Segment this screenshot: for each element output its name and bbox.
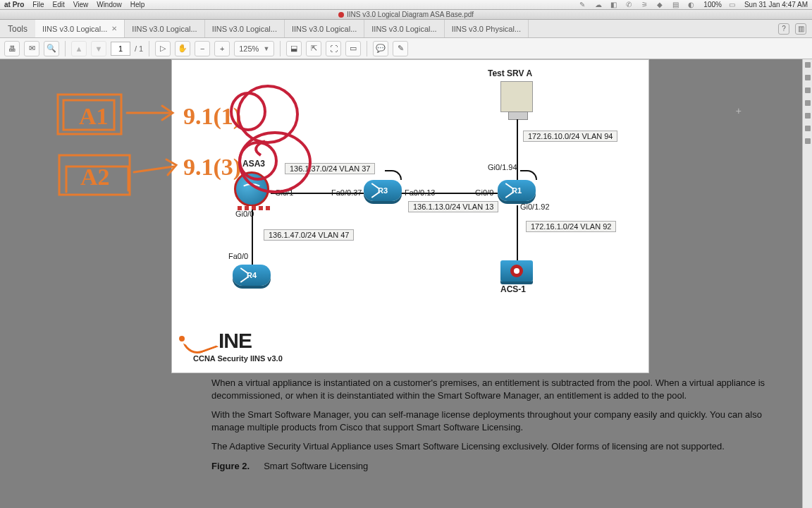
svg-rect-2 [59, 155, 130, 195]
zoom-in-button[interactable]: + [214, 41, 230, 56]
email-button[interactable]: ✉ [24, 41, 39, 56]
strip-item[interactable] [805, 75, 811, 80]
strip-item[interactable] [805, 138, 811, 144]
tab-label: IINS v3.0 Logical... [371, 25, 436, 33]
window-title: IINS v3.0 Logical Diagram ASA Base.pdf [347, 11, 474, 18]
interface-label: Gi0/1.94 [488, 163, 517, 171]
zoom-select[interactable]: 125% ▼ [234, 41, 274, 56]
close-icon[interactable]: ✕ [111, 25, 117, 32]
pdf-text-page: When a virtual appliance is instantiated… [211, 377, 782, 479]
server-label: Test SRV A [488, 68, 532, 78]
save-button[interactable]: ⬓ [286, 41, 302, 56]
menubar: at Pro File Edit View Window Help ✎ ☁ ◧ … [0, 0, 812, 10]
vlan-label: 136.1.47.0/24 VLAN 47 [264, 229, 354, 241]
panel-toggle-icon[interactable]: ▥ [795, 23, 806, 35]
zoom-out-button[interactable]: − [195, 41, 210, 56]
pdf-toolbar: 🖶 ✉ 🔍 ▲ ▼ / 1 ▷ ✋ − + 125% ▼ ⬓ ⇱ ⛶ ▭ 💬 ✎ [0, 38, 812, 59]
acs-device [500, 260, 533, 282]
tab-bar: Tools IINS v3.0 Logical... ✕ IINS v3.0 L… [0, 20, 812, 38]
page-down-button[interactable]: ▼ [91, 41, 106, 56]
link-line [517, 205, 518, 260]
battery-icon: ▭ [729, 1, 737, 9]
document-tab[interactable]: IINS v3.0 Logical... [205, 20, 285, 37]
right-tool-strip [802, 59, 812, 508]
help-icon[interactable]: ? [778, 23, 789, 35]
print-button[interactable]: 🖶 [4, 41, 20, 56]
wifi-icon: ⚞ [641, 1, 650, 9]
highlight-button[interactable]: ✎ [393, 41, 408, 56]
page-total: / 1 [135, 44, 143, 53]
page-input[interactable] [111, 42, 130, 56]
tab-label: IINS v3.0 Logical... [212, 25, 277, 33]
status-icon: ✆ [626, 1, 634, 9]
window-titlebar: IINS v3.0 Logical Diagram ASA Base.pdf [0, 10, 812, 20]
document-tab[interactable]: IINS v3.0 Logical... [364, 20, 444, 37]
select-tool[interactable]: ▷ [155, 41, 171, 56]
search-button[interactable]: 🔍 [44, 41, 59, 56]
pdf-icon [338, 12, 344, 18]
strip-item[interactable] [805, 126, 811, 131]
tools-panel-toggle[interactable]: Tools [0, 20, 35, 37]
logo-text: INE [219, 329, 252, 353]
cursor-crosshair-icon: + [736, 105, 742, 116]
fit-button[interactable]: ⛶ [326, 41, 341, 56]
status-icon: ◆ [657, 1, 665, 9]
interface-label: Fa0/0.13 [405, 188, 435, 197]
export-button[interactable]: ⇱ [306, 41, 321, 56]
router-r3: R3 [364, 180, 402, 201]
document-tab[interactable]: IINS v3.0 Logical... ✕ [35, 20, 125, 37]
document-tab[interactable]: IINS v3.0 Logical... [285, 20, 364, 37]
menu-help[interactable]: Help [130, 1, 145, 8]
svg-rect-1 [63, 100, 114, 130]
menu-edit[interactable]: Edit [52, 1, 64, 8]
hand-tool[interactable]: ✋ [175, 41, 190, 56]
strip-item[interactable] [805, 113, 811, 119]
router-r1: R1 [498, 180, 536, 201]
interface-label: Gi0/1.92 [520, 202, 550, 211]
status-icon: ◐ [688, 1, 696, 9]
pdf-page: Test SRV A 172.16.10.0/24 VLAN 94 Gi0/1.… [171, 59, 649, 373]
ine-logo: INE CCNA Security IINS v3.0 [179, 329, 283, 363]
clock: Sun 31 Jan 4:47 AM [744, 1, 808, 8]
body-text: The Adaptive Security Virtual Appliance … [211, 440, 782, 453]
status-icon: ✎ [579, 1, 588, 9]
interface-label: Gi0/1 [275, 188, 293, 197]
acs-label: ACS-1 [500, 284, 526, 294]
strip-item[interactable] [805, 100, 811, 106]
comment-button[interactable]: 💬 [373, 41, 388, 56]
document-tab[interactable]: IINS v3.0 Physical... [445, 20, 529, 37]
app-name: at Pro [4, 1, 24, 8]
vlan-label: 172.16.10.0/24 VLAN 94 [523, 131, 617, 142]
status-icon: ▤ [672, 1, 681, 9]
tab-label: IINS v3.0 Logical... [132, 25, 197, 33]
menu-file[interactable]: File [32, 1, 44, 8]
asa-label: ASA3 [242, 159, 265, 169]
annot-a1: A1 [79, 103, 109, 129]
body-text: When a virtual appliance is instantiated… [211, 377, 782, 401]
page-up-button[interactable]: ▲ [71, 41, 87, 56]
strip-item[interactable] [805, 62, 811, 68]
menu-view[interactable]: View [73, 1, 89, 8]
menu-window[interactable]: Window [97, 1, 122, 8]
firewall-icon [234, 171, 269, 207]
logo-dot-icon [179, 336, 185, 341]
svg-rect-0 [58, 95, 121, 134]
chevron-down-icon: ▼ [263, 45, 269, 52]
zoom-value: 125% [239, 44, 259, 53]
vlan-label: 172.16.1.0/24 VLAN 92 [526, 221, 616, 232]
status-icon: ◧ [610, 1, 619, 9]
document-tab[interactable]: IINS v3.0 Logical... [125, 20, 204, 37]
server-icon [500, 81, 533, 112]
loop-icon [520, 170, 537, 180]
viewport[interactable]: Test SRV A 172.16.10.0/24 VLAN 94 Gi0/1.… [0, 59, 812, 508]
loop-icon [385, 170, 402, 180]
status-icon: ☁ [595, 1, 603, 9]
annot-a2: A2 [80, 164, 110, 190]
link-line [252, 210, 253, 265]
strip-item[interactable] [805, 87, 811, 93]
logo-subtitle: CCNA Security IINS v3.0 [193, 354, 283, 363]
battery-label: 100% [703, 1, 722, 8]
link-line [517, 119, 518, 183]
presentation-button[interactable]: ▭ [345, 41, 361, 56]
tab-label: IINS v3.0 Logical... [42, 25, 107, 33]
